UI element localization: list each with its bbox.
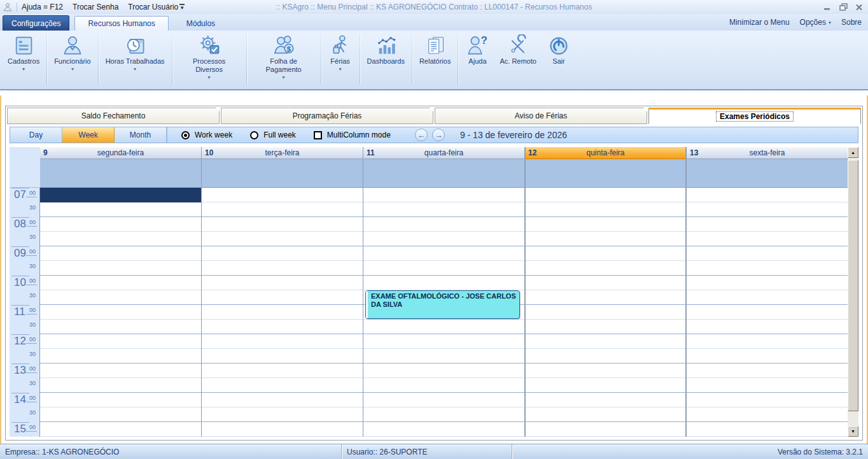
hour-cell[interactable] [525, 393, 686, 422]
quick-access-trocar-senha[interactable]: Trocar Senha [73, 3, 118, 11]
hour-cell[interactable] [202, 334, 363, 364]
day-header-quinta-feira[interactable]: 12quinta-feira [525, 147, 686, 159]
day-header-sexta-feira[interactable]: 13sexta-feira [687, 147, 848, 159]
hour-cell[interactable] [202, 364, 363, 393]
hour-cell[interactable] [202, 217, 363, 246]
radio-full-week-icon[interactable] [250, 131, 258, 139]
allday-area[interactable] [687, 159, 848, 188]
tab-exames-periodicos[interactable]: Exames Periódicos [648, 108, 861, 124]
hour-cell[interactable] [525, 364, 686, 393]
ribbon-tab-recursos-humanos[interactable]: Recursos Humanos [74, 16, 168, 31]
previous-week-icon[interactable]: ← [415, 129, 428, 141]
hour-cell[interactable] [525, 217, 686, 246]
hour-cell[interactable] [525, 188, 686, 217]
view-button-week[interactable]: Week [62, 127, 115, 143]
hour-cell[interactable] [202, 422, 363, 437]
hour-cell[interactable] [687, 364, 848, 393]
day-header-terca-feira[interactable]: 10terça-feira [202, 147, 363, 159]
hour-cell[interactable] [40, 364, 201, 393]
hour-cell[interactable] [525, 305, 686, 334]
day-header-quarta-feira[interactable]: 11quarta-feira [363, 147, 524, 159]
hour-cell[interactable] [40, 334, 201, 364]
hour-cell[interactable] [687, 422, 848, 437]
day-header-segunda-feira[interactable]: 9segunda-feira [40, 147, 201, 159]
hour-cell[interactable] [202, 393, 363, 422]
day-grid[interactable] [687, 188, 848, 437]
hour-cell[interactable] [525, 246, 686, 276]
hour-cell[interactable] [40, 217, 201, 246]
vertical-scrollbar[interactable]: ▲ ▼ [848, 147, 858, 437]
day-grid[interactable] [40, 188, 201, 437]
hour-cell[interactable] [687, 334, 848, 364]
scroll-up-icon[interactable]: ▲ [848, 147, 858, 158]
scroll-down-icon[interactable]: ▼ [848, 426, 858, 437]
hour-cell[interactable] [525, 334, 686, 364]
hour-cell[interactable] [40, 422, 201, 437]
tab-aviso-de-ferias[interactable]: Aviso de Férias [435, 108, 647, 124]
hour-cell[interactable] [202, 188, 363, 217]
option-full-week[interactable]: Full week [250, 131, 296, 139]
hour-cell[interactable] [202, 246, 363, 276]
selected-timeslot[interactable] [40, 188, 201, 202]
restore-icon[interactable] [837, 3, 849, 11]
app-menu-button[interactable]: Configurações [3, 15, 69, 31]
option-multicolumn-mode[interactable]: MultiColumn mode [314, 131, 391, 139]
hour-cell[interactable] [687, 305, 848, 334]
calendar-event[interactable]: EXAME OFTALMOLÓGICO - JOSE CARLOS DA SIL… [365, 290, 520, 319]
close-icon[interactable] [853, 3, 865, 11]
quick-access-overflow-icon[interactable]: ▼ [179, 4, 185, 10]
ribbon-button-folha-de-pagamento[interactable]: $Folha de Pagamento▾ [249, 32, 319, 87]
day-grid[interactable] [202, 188, 363, 437]
ribbon-button-horas-trabalhadas[interactable]: Horas Trabalhadas▾ [101, 32, 170, 87]
next-week-icon[interactable]: → [432, 129, 445, 141]
hour-cell[interactable] [687, 393, 848, 422]
menu-link-sobre[interactable]: Sobre [841, 18, 862, 27]
ribbon-button-relatorios[interactable]: Relatórios [414, 32, 456, 87]
ribbon-button-funcionario[interactable]: Funcionário▾ [49, 32, 95, 87]
allday-area[interactable] [202, 159, 363, 188]
hour-cell[interactable] [40, 276, 201, 305]
hour-cell[interactable] [687, 188, 848, 217]
radio-work-week-icon[interactable] [181, 131, 190, 139]
checkbox-multicolumn-mode-icon[interactable] [314, 131, 322, 139]
hour-cell[interactable] [363, 334, 524, 364]
hour-cell[interactable] [363, 188, 524, 217]
view-button-month[interactable]: Month [115, 127, 167, 143]
hour-cell[interactable] [687, 217, 848, 246]
hour-cell[interactable] [525, 422, 686, 437]
hour-cell[interactable] [525, 276, 686, 305]
allday-area[interactable] [525, 159, 686, 188]
ribbon-button-dashboards[interactable]: Dashboards [362, 32, 410, 87]
allday-area[interactable] [363, 159, 524, 188]
hour-cell[interactable] [363, 364, 524, 393]
quick-access-trocar-usuario[interactable]: Trocar Usuário [128, 3, 178, 11]
hour-cell[interactable] [363, 246, 524, 276]
ribbon-button-processos-diversos[interactable]: Processos Diversos▾ [174, 32, 244, 87]
day-grid[interactable]: EXAME OFTALMOLÓGICO - JOSE CARLOS DA SIL… [363, 188, 524, 437]
menu-link-minimizar-o-menu[interactable]: Minimizar o Menu [729, 18, 790, 27]
hour-cell[interactable] [202, 305, 363, 334]
hour-cell[interactable] [40, 246, 201, 276]
allday-area[interactable] [40, 159, 201, 188]
hour-cell[interactable] [202, 276, 363, 305]
ribbon-button-ac-remoto[interactable]: Ac. Remoto [494, 32, 541, 87]
ribbon-button-ferias[interactable]: Férias▾ [323, 32, 358, 87]
hour-cell[interactable] [40, 393, 201, 422]
hour-cell[interactable] [687, 276, 848, 305]
tab-saldo-fechamento[interactable]: Saldo Fechamento [7, 108, 220, 124]
view-button-day[interactable]: Day [10, 127, 62, 143]
day-grid[interactable] [525, 188, 686, 437]
quick-access-ajuda-f12[interactable]: Ajuda = F12 [22, 3, 63, 11]
hour-cell[interactable] [40, 305, 201, 334]
menu-link-opcoes[interactable]: Opções▾ [800, 18, 831, 27]
option-work-week[interactable]: Work week [181, 131, 232, 139]
minimize-icon[interactable] [822, 3, 833, 11]
hour-cell[interactable] [363, 393, 524, 422]
hour-cell[interactable] [687, 246, 848, 276]
ribbon-button-cadastros[interactable]: Cadastros▾ [3, 32, 45, 87]
tab-programacao-ferias[interactable]: Programação Férias [221, 108, 433, 124]
hour-cell[interactable] [363, 422, 524, 437]
ribbon-tab-modulos[interactable]: Módulos [174, 16, 228, 31]
hour-cell[interactable] [363, 217, 524, 246]
ribbon-button-sair[interactable]: Sair [542, 32, 576, 87]
